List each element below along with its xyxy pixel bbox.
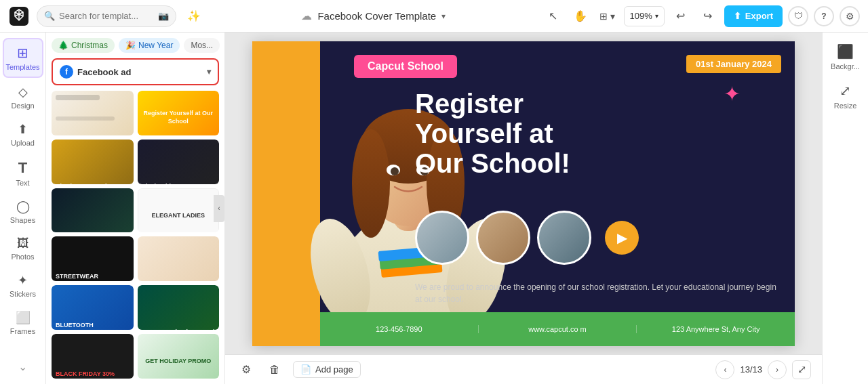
pink-star-decoration: ✦ [724, 82, 741, 106]
canvas-bottom-bar: ⚙ 🗑 📄 Add page ‹ 13/13 › ⤢ [225, 354, 822, 384]
sidebar-item-photos[interactable]: 🖼 Photos [3, 231, 43, 266]
export-icon: ⬆ [734, 11, 741, 21]
dropdown-chevron-icon: ▾ [207, 67, 211, 77]
zoom-button[interactable]: 109% ▾ [624, 6, 665, 26]
left-sidebar: ⊞ Templates ◇ Design ⬆ Upload T Text ◯ S… [0, 33, 46, 384]
right-panel: ⬛ Backgr... ⤢ Resize [822, 33, 868, 384]
template-card[interactable] [52, 91, 134, 135]
sidebar-item-shapes[interactable]: ◯ Shapes [3, 194, 43, 230]
camera-icon: 📷 [158, 11, 169, 21]
template-card[interactable]: BLACK FRIDAY 30% SALE [52, 334, 134, 379]
next-page-button[interactable]: › [768, 360, 787, 379]
header-center: ☁ Facebook Cover Template ▾ [212, 9, 536, 22]
sidebar-item-upload[interactable]: ⬆ Upload [3, 116, 43, 152]
redo-button[interactable]: ↪ [697, 5, 719, 27]
app-container: 🔍 📷 ✨ ☁ Facebook Cover Template ▾ ↖ ✋ ⊞ … [0, 0, 868, 384]
scroll-indicator: ⌄ [13, 355, 33, 379]
title-dropdown-icon[interactable]: ▾ [441, 12, 446, 21]
search-bar[interactable]: 🔍 📷 [37, 5, 176, 27]
design-canvas: Capcut School 01st January 2024 ✦ Regist… [252, 41, 795, 346]
sidebar-label-photos: Photos [11, 253, 34, 261]
sidebar-label-frames: Frames [10, 327, 35, 335]
zoom-dropdown-icon: ▾ [655, 12, 658, 20]
magic-wand-button[interactable]: ✨ [183, 5, 205, 27]
student-circle-2 [476, 211, 530, 265]
sidebar-item-stickers[interactable]: ✦ Stickers [3, 268, 43, 303]
logo-icon[interactable] [8, 5, 30, 27]
shapes-icon: ◯ [16, 199, 30, 214]
christmas-emoji: 🌲 [58, 41, 68, 50]
settings-button[interactable]: ⚙ [840, 6, 860, 26]
tab-more[interactable]: Mos... [184, 38, 220, 53]
template-card[interactable]: Register Yourself at Our School [138, 91, 220, 135]
main-content: ⊞ Templates ◇ Design ⬆ Upload T Text ◯ S… [0, 33, 868, 384]
template-card[interactable]: CYBER MONDAY [52, 188, 134, 233]
student-circle-3 [537, 211, 591, 265]
template-card[interactable]: GET HOLIDAY PROMO [138, 334, 220, 379]
canvas-scroll[interactable]: Capcut School 01st January 2024 ✦ Regist… [225, 33, 822, 354]
tab-newyear[interactable]: 🎉 New Year [119, 38, 180, 53]
export-button[interactable]: ⬆ Export [724, 5, 783, 27]
templates-grid: Register Yourself at Our School Dive int… [46, 91, 224, 384]
category-dropdown[interactable]: f Facebook ad ▾ [52, 58, 219, 85]
template-card[interactable]: Dive into Fun and Sun [52, 140, 134, 184]
template-card[interactable]: Black Friday [138, 140, 220, 184]
student-circles: ▶ [415, 211, 639, 265]
page-count: 13/13 [740, 364, 762, 375]
photos-icon: 🖼 [17, 236, 29, 251]
stickers-icon: ✦ [18, 273, 28, 288]
sidebar-label-templates: Templates [5, 63, 39, 71]
templates-panel: 🌲 Christmas 🎉 New Year Mos... f Facebook… [46, 33, 225, 384]
template-card[interactable]: BLUETOOTH HEADPHONE [52, 285, 134, 330]
template-card[interactable]: Dream Destination Travel [138, 285, 220, 330]
hand-tool-button[interactable]: ✋ [570, 5, 591, 27]
background-icon: ⬛ [837, 43, 854, 60]
right-panel-background[interactable]: ⬛ Backgr... [825, 38, 866, 76]
upload-icon: ⬆ [18, 122, 28, 137]
resize-icon: ⤢ [840, 83, 851, 99]
sidebar-label-upload: Upload [11, 139, 35, 147]
sidebar-item-design[interactable]: ◇ Design [3, 79, 43, 115]
collapse-panel-button[interactable]: ‹ [214, 195, 224, 222]
sidebar-label-design: Design [11, 102, 34, 110]
student-circle-1 [415, 211, 469, 265]
prev-page-button[interactable]: ‹ [715, 360, 734, 379]
templates-tabs: 🌲 Christmas 🎉 New Year Mos... [46, 33, 224, 53]
canvas-container: Capcut School 01st January 2024 ✦ Regist… [252, 41, 795, 346]
template-card[interactable]: CAPCUT BURGER [138, 236, 220, 281]
add-page-icon: 📄 [300, 364, 311, 375]
template-card[interactable]: STREETWEAR COLLECTION [52, 236, 134, 281]
sidebar-label-stickers: Stickers [9, 290, 36, 298]
description-text: We are proud to announce the opening of … [415, 281, 781, 305]
add-page-button[interactable]: 📄 Add page [293, 361, 361, 378]
sidebar-item-templates[interactable]: ⊞ Templates [3, 38, 43, 78]
sidebar-item-frames[interactable]: ⬜ Frames [3, 305, 43, 341]
date-badge: 01st January 2024 [686, 55, 781, 73]
more-label: Mos... [191, 41, 213, 50]
search-icon: 🔍 [44, 11, 55, 21]
play-button[interactable]: ▶ [605, 221, 639, 255]
canvas-area: Capcut School 01st January 2024 ✦ Regist… [225, 33, 822, 384]
design-icon: ◇ [18, 85, 28, 100]
page-navigation: ‹ 13/13 › ⤢ [715, 360, 811, 379]
right-panel-resize[interactable]: ⤢ Resize [825, 77, 866, 115]
undo-button[interactable]: ↩ [670, 5, 692, 27]
text-icon: T [18, 159, 27, 177]
shield-button[interactable]: 🛡 [788, 6, 808, 26]
cursor-tool-button[interactable]: ↖ [542, 5, 564, 27]
search-input[interactable] [59, 11, 154, 21]
svg-point-7 [352, 129, 390, 238]
layout-tool-button[interactable]: ⊞ ▾ [597, 5, 618, 27]
sidebar-item-text[interactable]: T Text [3, 154, 43, 192]
doc-title: Facebook Cover Template [317, 10, 436, 22]
help-button[interactable]: ? [814, 6, 834, 26]
tab-christmas[interactable]: 🌲 Christmas [52, 38, 115, 53]
sidebar-label-shapes: Shapes [10, 216, 35, 224]
fullscreen-button[interactable]: ⤢ [792, 360, 811, 379]
delete-page-button[interactable]: 🗑 [264, 360, 285, 380]
templates-icon: ⊞ [17, 45, 28, 61]
template-card[interactable]: ELEGANT LADIES [138, 188, 220, 233]
canvas-settings-button[interactable]: ⚙ [236, 360, 256, 380]
school-badge: Capcut School [354, 55, 457, 78]
newyear-emoji: 🎉 [125, 41, 136, 50]
